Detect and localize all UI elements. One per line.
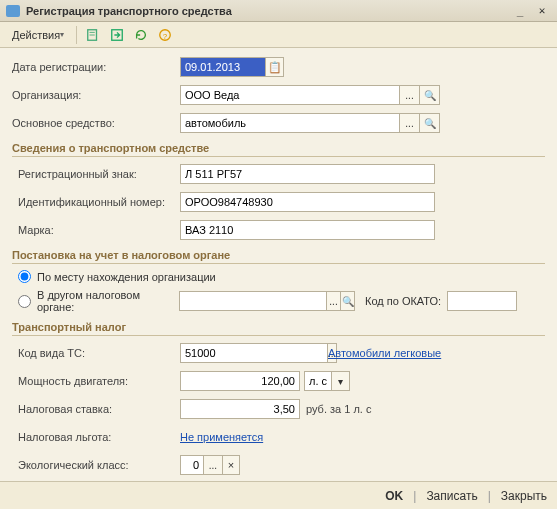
asset-label: Основное средство:: [12, 117, 180, 129]
engine-power-label: Мощность двигателя:: [18, 375, 180, 387]
section-transport-tax: Транспортный налог: [12, 321, 545, 336]
minimize-button[interactable]: _: [511, 4, 529, 18]
app-icon: [6, 5, 20, 17]
vehicle-type-code-label: Код вида ТС:: [18, 347, 180, 359]
eco-class-input[interactable]: [180, 455, 204, 475]
vehicle-type-name-link[interactable]: Автомобили легковые: [328, 347, 441, 359]
radio-other-org-label: В другом налоговом органе:: [37, 289, 173, 313]
okato-label: Код по ОКАТО:: [365, 295, 441, 307]
eco-class-label: Экологический класс:: [18, 459, 180, 471]
svg-text:?: ?: [163, 31, 168, 40]
go-icon[interactable]: [107, 25, 127, 45]
separator: [76, 26, 77, 44]
help-icon[interactable]: ?: [155, 25, 175, 45]
window-title: Регистрация транспортного средства: [26, 5, 507, 17]
reg-plate-label: Регистрационный знак:: [18, 168, 180, 180]
tax-rate-label: Налоговая ставка:: [18, 403, 180, 415]
form-body: Дата регистрации: 📋 Организация: ... 🔍 О…: [0, 48, 557, 509]
eco-class-select-button[interactable]: ...: [204, 455, 223, 475]
separator: |: [488, 489, 491, 503]
asset-search-icon[interactable]: 🔍: [420, 113, 440, 133]
org-select-button[interactable]: ...: [400, 85, 420, 105]
vin-input[interactable]: [180, 192, 435, 212]
save-button[interactable]: Записать: [426, 489, 477, 503]
tax-benefit-link[interactable]: Не применяется: [180, 431, 263, 443]
vin-label: Идентификационный номер:: [18, 196, 180, 208]
toolbar: Действия ?: [0, 22, 557, 48]
other-tax-org-search-icon[interactable]: 🔍: [341, 291, 355, 311]
org-label: Организация:: [12, 89, 180, 101]
section-vehicle-info: Сведения о транспортном средстве: [12, 142, 545, 157]
brand-input[interactable]: [180, 220, 435, 240]
section-tax-registration: Постановка на учет в налоговом органе: [12, 249, 545, 264]
reg-date-input[interactable]: [180, 57, 266, 77]
calendar-icon[interactable]: 📋: [266, 57, 284, 77]
reg-date-label: Дата регистрации:: [12, 61, 180, 73]
close-footer-button[interactable]: Закрыть: [501, 489, 547, 503]
eco-class-clear-button[interactable]: ×: [223, 455, 240, 475]
reg-plate-input[interactable]: [180, 164, 435, 184]
radio-org-location-label: По месту нахождения организации: [37, 271, 216, 283]
asset-select-button[interactable]: ...: [400, 113, 420, 133]
report-icon[interactable]: [83, 25, 103, 45]
refresh-icon[interactable]: [131, 25, 151, 45]
org-input[interactable]: [180, 85, 400, 105]
okato-input[interactable]: [447, 291, 517, 311]
radio-other-org[interactable]: [18, 295, 31, 308]
power-unit-input[interactable]: [304, 371, 332, 391]
ok-button[interactable]: OK: [385, 489, 403, 503]
titlebar: Регистрация транспортного средства _ ✕: [0, 0, 557, 22]
asset-input[interactable]: [180, 113, 400, 133]
tax-rate-unit: руб. за 1 л. с: [306, 403, 371, 415]
org-search-icon[interactable]: 🔍: [420, 85, 440, 105]
vehicle-type-code-input[interactable]: [180, 343, 328, 363]
other-tax-org-select-button[interactable]: ...: [327, 291, 341, 311]
radio-org-location[interactable]: [18, 270, 31, 283]
actions-menu[interactable]: Действия: [6, 27, 70, 43]
tax-rate-input[interactable]: [180, 399, 300, 419]
engine-power-input[interactable]: [180, 371, 300, 391]
power-unit-dropdown[interactable]: ▾: [332, 371, 350, 391]
tax-benefit-label: Налоговая льгота:: [18, 431, 180, 443]
other-tax-org-input[interactable]: [179, 291, 327, 311]
separator: |: [413, 489, 416, 503]
footer: OK | Записать | Закрыть: [0, 481, 557, 509]
close-button[interactable]: ✕: [533, 4, 551, 18]
brand-label: Марка:: [18, 224, 180, 236]
